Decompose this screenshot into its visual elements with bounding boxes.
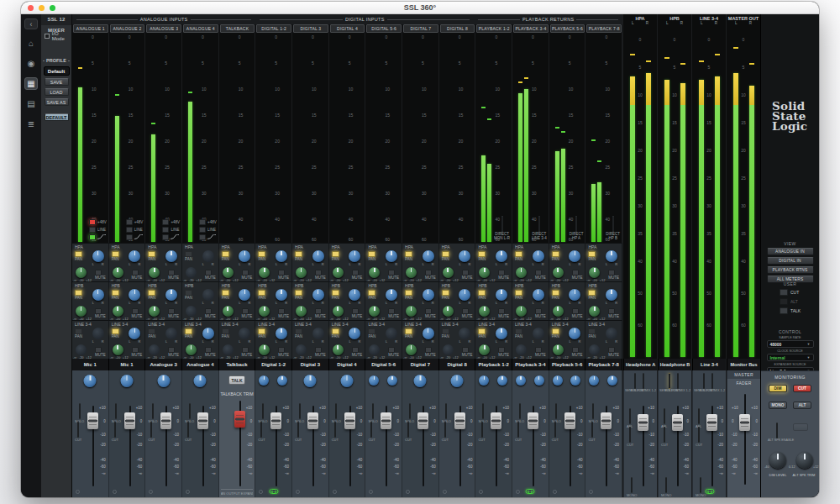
pan-knob[interactable] xyxy=(386,250,397,262)
phantom-power-button[interactable]: +48V xyxy=(199,219,217,225)
mute-enable[interactable]: MUTE xyxy=(205,308,216,318)
pan-enable[interactable]: PAN xyxy=(588,251,596,261)
mute-button[interactable] xyxy=(205,270,212,276)
pan-knob[interactable] xyxy=(569,289,580,301)
mute-button[interactable] xyxy=(242,308,249,314)
cut-button[interactable]: CUT xyxy=(332,423,339,442)
default-button[interactable]: DEFAULT xyxy=(45,113,69,121)
send-level-knob[interactable] xyxy=(76,267,87,278)
pan-button[interactable] xyxy=(588,328,596,334)
send-level-knob[interactable] xyxy=(76,306,87,317)
cut-button[interactable]: CUT xyxy=(588,423,595,442)
pan-enable[interactable]: PAN xyxy=(112,251,119,261)
pan-enable[interactable]: PAN xyxy=(442,251,449,261)
send-level-knob[interactable] xyxy=(516,344,527,355)
ref-button[interactable] xyxy=(793,423,808,431)
send-level-knob[interactable] xyxy=(589,267,600,278)
output-cut-button[interactable]: CUT xyxy=(696,428,702,447)
p48-switch[interactable] xyxy=(126,219,133,225)
hpf-button[interactable] xyxy=(89,234,107,240)
channel-header-button[interactable]: DIGITAL 1-2 xyxy=(256,24,291,33)
send-level-knob[interactable] xyxy=(223,344,234,355)
pan-button[interactable] xyxy=(112,328,119,334)
pan-knob[interactable] xyxy=(202,250,214,262)
mute-button[interactable] xyxy=(535,308,542,314)
line-button[interactable]: LINE xyxy=(126,227,144,233)
send-level-knob[interactable] xyxy=(479,306,490,317)
send-level-knob[interactable] xyxy=(76,344,87,355)
pan-enable[interactable]: PAN xyxy=(222,290,229,300)
mute-button[interactable] xyxy=(608,270,615,276)
mute-button[interactable] xyxy=(388,308,395,314)
mute-button[interactable] xyxy=(352,347,359,353)
mute-button[interactable] xyxy=(462,347,469,353)
pan-button[interactable] xyxy=(222,328,229,334)
pan-knob[interactable] xyxy=(459,328,470,339)
solo-switch[interactable] xyxy=(372,403,374,419)
solo-switch[interactable] xyxy=(555,403,557,419)
pan-knob[interactable] xyxy=(459,289,470,301)
mute-enable[interactable]: MUTE xyxy=(572,347,583,357)
mute-button[interactable] xyxy=(242,347,249,353)
alt-button[interactable]: ALT xyxy=(793,402,811,409)
hpf-switch[interactable] xyxy=(126,234,133,240)
mute-button[interactable] xyxy=(498,347,505,353)
pan-enable[interactable]: PAN xyxy=(148,290,155,300)
follow-mix-switch[interactable] xyxy=(677,373,679,389)
pan-knob[interactable] xyxy=(606,328,617,339)
channel-header-button[interactable]: DIGITAL 7 xyxy=(403,24,438,33)
mute-enable[interactable]: MUTE xyxy=(315,308,326,318)
pan-knob[interactable] xyxy=(129,328,140,339)
pan-knob[interactable] xyxy=(276,328,287,339)
pan-knob[interactable] xyxy=(312,328,324,339)
io-mode-toggle[interactable]: I/O Mode xyxy=(45,31,71,41)
mute-enable[interactable]: MUTE xyxy=(498,308,509,318)
cut-button[interactable]: CUT xyxy=(478,423,485,442)
send-level-knob[interactable] xyxy=(259,267,270,278)
pan-knob-right[interactable] xyxy=(570,375,580,386)
pan-knob-left[interactable] xyxy=(479,375,489,386)
output-fader-handle[interactable] xyxy=(638,414,648,431)
cut-button[interactable]: CUT xyxy=(515,423,522,442)
master-fader-handle[interactable] xyxy=(739,414,750,431)
pan-button[interactable] xyxy=(258,328,265,334)
mute-button[interactable] xyxy=(278,347,285,353)
p48-switch[interactable] xyxy=(199,219,206,225)
alt-spk-enable-switch[interactable] xyxy=(776,423,778,438)
output-cut-switch[interactable] xyxy=(629,427,631,443)
pan-enable[interactable]: PAN xyxy=(442,328,449,339)
solo-switch[interactable] xyxy=(115,403,117,419)
cut-switch[interactable] xyxy=(77,422,79,438)
pan-knob[interactable] xyxy=(533,328,544,339)
pan-enable[interactable]: PAN xyxy=(588,290,596,300)
pan-enable[interactable]: PAN xyxy=(295,290,302,300)
cut-button[interactable]: CUT xyxy=(258,423,265,442)
pan-button[interactable] xyxy=(442,251,449,257)
send-level-knob[interactable] xyxy=(479,344,490,355)
mute-button[interactable] xyxy=(572,270,579,276)
pan-enable[interactable]: PAN xyxy=(332,251,339,261)
pan-button[interactable] xyxy=(295,328,302,334)
send-level-knob[interactable] xyxy=(443,267,454,278)
line-button[interactable]: LINE xyxy=(89,227,107,233)
channel-header-button[interactable]: PLAYBACK 1-2 xyxy=(476,24,512,33)
pan-enable[interactable]: PAN xyxy=(185,328,192,339)
send-level-knob[interactable] xyxy=(333,267,344,278)
line-button[interactable]: LINE xyxy=(199,227,217,233)
pan-enable[interactable]: PAN xyxy=(222,251,229,261)
direct-routing-button[interactable]: DIRECTHP B xyxy=(606,217,620,240)
pan-button[interactable] xyxy=(368,290,375,296)
channel-header-button[interactable]: PLAYBACK 7-8 xyxy=(586,24,622,33)
cut-switch[interactable] xyxy=(297,422,299,438)
pan-button[interactable] xyxy=(515,290,522,296)
solo-button[interactable]: SOLO xyxy=(478,404,487,423)
cut-switch[interactable] xyxy=(481,422,483,438)
mute-enable[interactable]: MUTE xyxy=(205,270,216,280)
send-level-knob[interactable] xyxy=(443,306,454,317)
direct-routing-button[interactable]: DIRECTHP A xyxy=(570,217,584,240)
pan-knob[interactable] xyxy=(459,250,470,262)
mute-enable[interactable]: MUTE xyxy=(168,270,179,280)
mute-enable[interactable]: MUTE xyxy=(132,270,143,280)
talkback-fader-handle[interactable] xyxy=(234,411,245,428)
fader-handle[interactable] xyxy=(417,412,428,429)
